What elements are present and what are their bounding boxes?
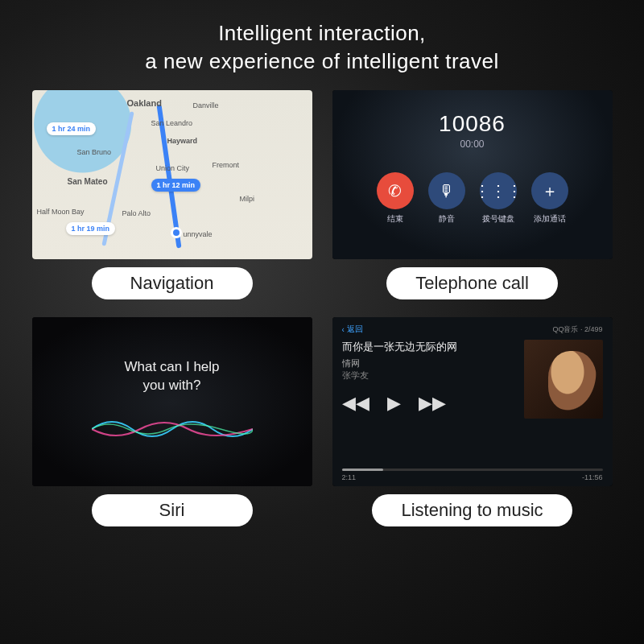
call-buttons: ✆ 结束 🎙 静音 ⋮⋮⋮ 拨号键盘 ＋ 添加通话 [377,172,568,225]
hangup-icon: ✆ [377,172,414,209]
screen-siri: 9:41 .ııl LTE ♫ ✆ What can I help you wi… [32,317,312,486]
keypad-icon: ⋮⋮⋮ [480,172,517,209]
chevron-left-icon: ‹ [342,325,345,334]
siri-line2: you with? [143,378,201,393]
play-button[interactable]: ▶ [387,393,401,414]
song-artist: 张学友 [342,369,516,382]
caption-music: Listening to music [372,494,572,526]
mute-icon: 🎙 [428,172,465,209]
time-remaining: -11:56 [582,473,603,481]
playback-controls: ◀◀ ▶ ▶▶ [342,393,516,414]
route-bubble-2[interactable]: 1 hr 12 min [151,179,201,192]
siri-view[interactable]: What can I help you with? [32,317,312,486]
destination-marker [171,227,182,238]
city-danville: Danville [193,101,219,109]
time-elapsed: 2:11 [342,473,357,481]
map-view[interactable]: Oakland Danville San Leandro Hayward San… [32,90,312,259]
song-subtitle: 情网 [342,357,516,369]
city-halfmoon: Half Moon Bay [37,208,85,216]
call-timer: 00:00 [460,138,484,150]
headline-line2: a new experience of intelligent travel [145,49,499,73]
city-unioncity: Union City [156,164,190,172]
city-paloalto: Palo Alto [122,209,151,217]
siri-prompt: What can I help you with? [124,358,219,395]
back-button[interactable]: ‹ 返回 [342,324,363,335]
caption-call: Telephone call [386,267,558,299]
mute-label: 静音 [439,213,455,225]
route-bubble-1[interactable]: 1 hr 24 min [47,122,97,135]
screen-music: 9:41 .ııl LTE ♫ ✆ ‹ 返回 QQ音乐 · 2/499 而你 [332,317,613,486]
city-sanbruno: San Bruno [77,148,112,156]
music-view: ‹ 返回 QQ音乐 · 2/499 而你是一张无边无际的网 情网 张学友 ◀◀ … [332,317,613,486]
city-milpi: Milpi [240,195,255,203]
progress-bar[interactable] [342,469,603,471]
prev-button[interactable]: ◀◀ [342,393,369,414]
card-call: 9:41 .ııl LTE ♫ ✆ 10086 00:00 ✆ 结束 🎙 [328,90,617,299]
caption-siri: Siri [92,494,253,526]
city-oakland: Oakland [127,98,162,108]
screen-navigation: 9:41 .ııl LTE ♫ ✆ Oakland Danville San L… [32,90,312,259]
keypad-button[interactable]: ⋮⋮⋮ 拨号键盘 [480,172,517,225]
album-portrait [548,351,597,411]
siri-waveform-icon [92,413,253,445]
mute-button[interactable]: 🎙 静音 [428,172,465,225]
music-topbar: ‹ 返回 QQ音乐 · 2/499 [342,324,603,335]
city-sunnyvale: unnyvale [184,230,213,238]
headline: Intelligent interaction, a new experienc… [0,0,644,90]
queue-info: QQ音乐 · 2/499 [552,324,602,335]
keypad-label: 拨号键盘 [482,213,514,225]
add-call-button[interactable]: ＋ 添加通话 [531,172,568,225]
song-title: 而你是一张无边无际的网 [342,340,516,354]
time-row: 2:11 -11:56 [342,473,603,481]
caption-navigation: Navigation [92,267,253,299]
call-number: 10086 [439,111,506,137]
screen-call: 9:41 .ııl LTE ♫ ✆ 10086 00:00 ✆ 结束 🎙 [332,90,613,259]
city-hayward: Hayward [167,137,198,145]
back-label: 返回 [347,324,363,335]
music-body: 而你是一张无边无际的网 情网 张学友 ◀◀ ▶ ▶▶ [342,340,603,469]
end-call-button[interactable]: ✆ 结束 [377,172,414,225]
add-label: 添加通话 [534,213,566,225]
headline-line1: Intelligent interaction, [218,21,426,45]
end-label: 结束 [387,213,403,225]
card-navigation: 9:41 .ııl LTE ♫ ✆ Oakland Danville San L… [27,90,316,299]
route-bubble-3[interactable]: 1 hr 19 min [66,222,116,235]
siri-line1: What can I help [124,359,219,374]
card-siri: 9:41 .ııl LTE ♫ ✆ What can I help you wi… [27,317,316,526]
next-button[interactable]: ▶▶ [419,393,446,414]
city-fremont: Fremont [213,161,240,169]
city-sanmateo: San Mateo [68,177,108,186]
album-art [524,340,603,419]
plus-icon: ＋ [531,172,568,209]
card-music: 9:41 .ııl LTE ♫ ✆ ‹ 返回 QQ音乐 · 2/499 而你 [328,317,617,526]
progress-fill [342,469,384,471]
music-meta: 而你是一张无边无际的网 情网 张学友 ◀◀ ▶ ▶▶ [342,340,516,469]
call-view: 10086 00:00 ✆ 结束 🎙 静音 ⋮⋮⋮ 拨号键盘 [332,90,613,259]
feature-grid: 9:41 .ııl LTE ♫ ✆ Oakland Danville San L… [0,90,644,526]
city-sanleandro: San Leandro [151,119,193,127]
